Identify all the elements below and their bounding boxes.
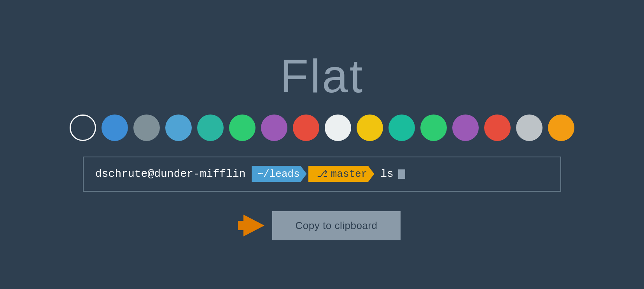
swatch-blue[interactable] bbox=[102, 115, 128, 141]
swatch-gold[interactable] bbox=[548, 115, 574, 141]
terminal-command: ls bbox=[380, 168, 394, 180]
swatch-outline-white[interactable] bbox=[70, 115, 96, 141]
swatch-red[interactable] bbox=[293, 115, 319, 141]
swatch-green[interactable] bbox=[229, 115, 256, 141]
swatch-light-blue[interactable] bbox=[165, 115, 192, 141]
swatch-light-gray[interactable] bbox=[516, 115, 542, 141]
color-swatches-row bbox=[70, 115, 574, 141]
terminal-username: dschrute@dunder-mifflin bbox=[95, 168, 245, 180]
copy-to-clipboard-button[interactable]: Copy to clipboard bbox=[272, 211, 401, 240]
swatch-green2[interactable] bbox=[420, 115, 447, 141]
arrow-icon bbox=[243, 215, 264, 236]
copy-area: Copy to clipboard bbox=[243, 211, 401, 240]
swatch-yellow[interactable] bbox=[357, 115, 383, 141]
terminal-line: dschrute@dunder-mifflin ~/leads ⎇ master… bbox=[95, 166, 405, 182]
swatch-white[interactable] bbox=[325, 115, 351, 141]
branch-icon: ⎇ bbox=[317, 168, 328, 180]
swatch-purple[interactable] bbox=[261, 115, 287, 141]
swatch-teal2[interactable] bbox=[388, 115, 415, 141]
swatch-red2[interactable] bbox=[484, 115, 511, 141]
terminal-branch-name: master bbox=[331, 168, 368, 180]
swatch-purple2[interactable] bbox=[452, 115, 479, 141]
swatch-gray[interactable] bbox=[133, 115, 160, 141]
terminal-preview: dschrute@dunder-mifflin ~/leads ⎇ master… bbox=[83, 157, 561, 192]
terminal-branch-badge: ⎇ master bbox=[308, 166, 374, 182]
page-title: Flat bbox=[280, 49, 364, 103]
swatch-teal[interactable] bbox=[197, 115, 224, 141]
terminal-path-badge: ~/leads bbox=[252, 166, 306, 182]
terminal-cursor bbox=[398, 169, 405, 179]
